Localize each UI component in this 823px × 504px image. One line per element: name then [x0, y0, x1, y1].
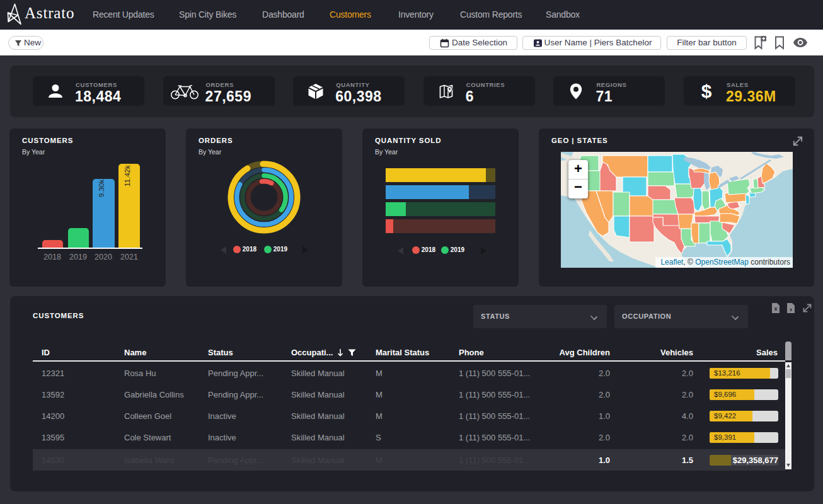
svg-text:$: $ — [701, 83, 712, 100]
svg-text:Leaflet, © OpenStreetMap contr: Leaflet, © OpenStreetMap contributors — [660, 258, 790, 266]
svg-text:x: x — [774, 306, 777, 312]
svg-text:,: , — [790, 302, 792, 312]
